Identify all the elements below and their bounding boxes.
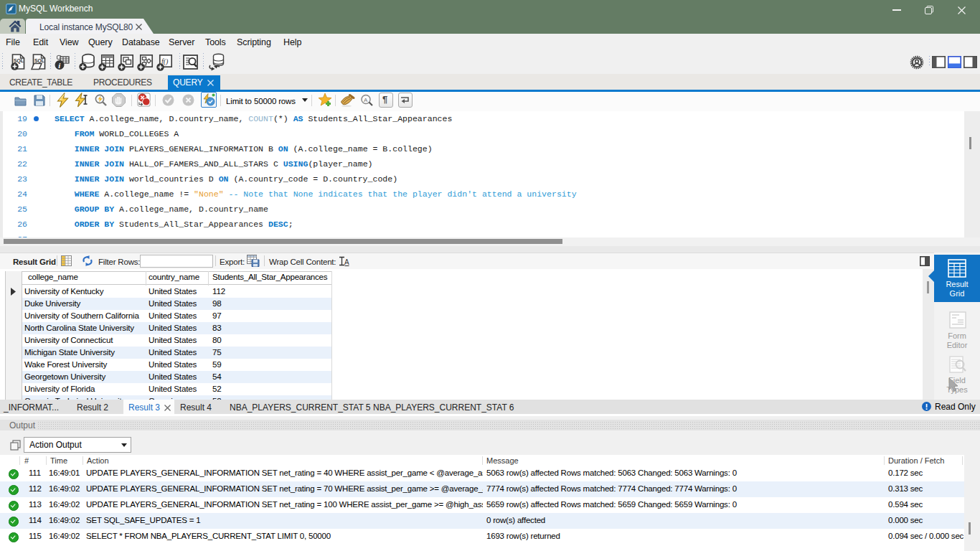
svg-text:A: A xyxy=(344,258,349,266)
svg-text:SQL: SQL xyxy=(34,58,44,64)
svg-text:SQL: SQL xyxy=(14,58,24,64)
svg-text:A: A xyxy=(364,97,368,103)
